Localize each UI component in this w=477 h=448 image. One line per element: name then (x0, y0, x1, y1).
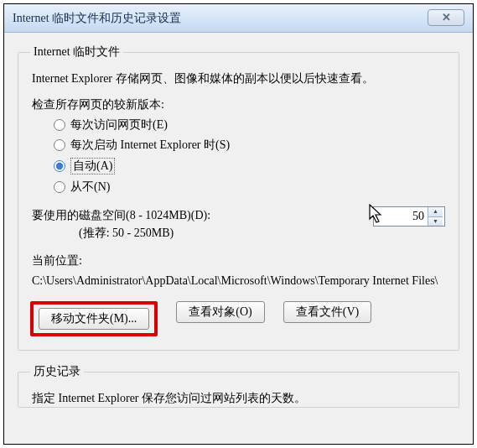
history-description: 指定 Internet Explorer 保存您访问过网站列表的天数。 (32, 389, 445, 407)
radio-every-start-label[interactable]: 每次启动 Internet Explorer 时(S) (70, 138, 230, 153)
radio-every-visit-label[interactable]: 每次访问网页时(E) (70, 117, 168, 133)
disk-space-row: 要使用的磁盘空间(8 - 1024MB)(D): (推荐: 50 - 250MB… (32, 206, 445, 242)
radio-auto-row: 自动(A) (54, 158, 447, 175)
history-legend: 历史记录 (30, 364, 84, 379)
disk-label-block: 要使用的磁盘空间(8 - 1024MB)(D): (推荐: 50 - 250MB… (32, 206, 365, 242)
current-location-path: C:\Users\Administrator\AppData\Local\Mic… (32, 272, 445, 289)
radio-never-row: 从不(N) (54, 180, 447, 195)
dialog-content: Internet 临时文件 Internet Explorer 存储网页、图像和… (4, 33, 473, 408)
close-icon: ✕ (442, 11, 451, 24)
radio-every-visit-row: 每次访问网页时(E) (54, 117, 447, 133)
radio-every-visit[interactable] (54, 119, 65, 131)
radio-never-label[interactable]: 从不(N) (70, 180, 110, 195)
disk-space-recommend: (推荐: 50 - 250MB) (79, 224, 365, 242)
settings-dialog: Internet 临时文件和历史记录设置 ✕ Internet 临时文件 Int… (4, 4, 473, 444)
disk-space-spinner: ▲ ▼ (373, 206, 445, 227)
move-folder-button[interactable]: 移动文件夹(M)... (39, 308, 149, 330)
radio-every-start-row: 每次启动 Internet Explorer 时(S) (54, 138, 447, 153)
spinner-down[interactable]: ▼ (428, 217, 443, 227)
temp-files-description: Internet Explorer 存储网页、图像和媒体的副本以便以后快速查看。 (32, 70, 445, 87)
close-button[interactable]: ✕ (428, 9, 464, 26)
temp-files-group: Internet 临时文件 Internet Explorer 存储网页、图像和… (18, 44, 459, 351)
check-newer-label: 检查所存网页的较新版本: (32, 97, 445, 112)
radio-auto[interactable] (54, 160, 65, 172)
disk-space-label: 要使用的磁盘空间(8 - 1024MB)(D): (32, 206, 365, 224)
version-check-radios: 每次访问网页时(E) 每次启动 Internet Explorer 时(S) 自… (54, 117, 447, 195)
current-location-label: 当前位置: (32, 253, 445, 268)
titlebar: Internet 临时文件和历史记录设置 ✕ (4, 4, 473, 33)
window-title: Internet 临时文件和历史记录设置 (13, 11, 464, 26)
disk-space-input[interactable] (374, 207, 428, 226)
view-files-button[interactable]: 查看文件(V) (283, 301, 371, 323)
spinner-buttons: ▲ ▼ (428, 207, 443, 226)
view-objects-button[interactable]: 查看对象(O) (176, 301, 264, 323)
move-folder-highlight: 移动文件夹(M)... (30, 301, 158, 336)
history-group: 历史记录 指定 Internet Explorer 保存您访问过网站列表的天数。 (18, 364, 459, 408)
temp-files-buttons: 移动文件夹(M)... 查看对象(O) 查看文件(V) (30, 301, 447, 336)
radio-every-start[interactable] (54, 139, 65, 151)
spinner-up[interactable]: ▲ (428, 207, 443, 217)
radio-auto-label[interactable]: 自动(A) (70, 158, 115, 175)
temp-files-legend: Internet 临时文件 (30, 44, 123, 60)
radio-never[interactable] (54, 181, 65, 193)
